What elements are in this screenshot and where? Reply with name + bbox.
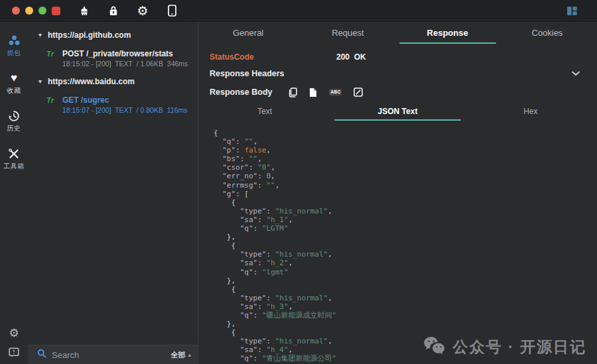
code-line: { (214, 129, 597, 137)
feedback-icon[interactable] (9, 347, 19, 357)
code-line: "sa": "h_3", (214, 302, 597, 311)
caret-down-icon: ▾ (38, 32, 42, 38)
code-line: "q": "", (214, 137, 597, 146)
nav-label-history: 历史 (7, 124, 21, 133)
nav-item-history[interactable]: 历史 (7, 109, 21, 133)
request-list: ▾https://api.github.comTrPOST /_private/… (28, 22, 198, 119)
app-body: 抓包 ♥ 收藏 历史 (0, 22, 597, 364)
code-line: "q": "青山集团新能源公司" (214, 354, 597, 363)
code-line: "sa": "h_4", (214, 345, 597, 354)
code-line: "p": false, (214, 146, 597, 154)
body-tab-json-text[interactable]: JSON Text (331, 102, 464, 121)
minimize-button[interactable] (25, 7, 33, 15)
heart-icon: ♥ (11, 72, 17, 84)
tab-request[interactable]: Request (298, 22, 397, 44)
split-layout-icon[interactable] (567, 7, 577, 15)
nav-item-favorites[interactable]: ♥ 收藏 (7, 72, 21, 95)
code-line: "err_no": 0, (214, 172, 597, 180)
toolbox-icon (8, 147, 21, 160)
edit-icon[interactable] (354, 88, 363, 97)
document-icon[interactable] (309, 88, 317, 97)
body-tab-text[interactable]: Text (198, 102, 331, 121)
nav-label-favorites: 收藏 (7, 86, 21, 95)
settings-gear-icon[interactable]: ⚙ (137, 5, 148, 17)
copy-icon[interactable] (288, 88, 297, 97)
code-line: "bs": "", (214, 154, 597, 163)
caret-down-icon: ▾ (38, 78, 42, 85)
request-panel: ▾https://api.github.comTrPOST /_private/… (28, 22, 198, 364)
nav-rail-bottom: ⚙ (9, 326, 19, 364)
code-line: "q": "lgmt" (214, 268, 597, 276)
request-item[interactable]: TrGET /sugrec18:15:07 - [200] TEXT / 0.8… (28, 90, 198, 119)
mobile-device-icon[interactable] (166, 5, 177, 17)
tab-general[interactable]: General (198, 22, 298, 44)
code-line: "errmsg": "", (214, 181, 597, 190)
request-meta: 18:15:02 - [200] TEXT / 1.06KB 346ms (62, 60, 188, 68)
code-line: "type": "his_normal", (214, 337, 597, 345)
status-code-value: 200 OK (336, 52, 366, 62)
app-window: ⚙ (0, 0, 597, 364)
code-line: "type": "his_normal", (214, 294, 597, 302)
capture-icon (8, 34, 21, 46)
caret-up-icon: ▴ (188, 351, 191, 358)
detail-panel: GeneralRequestResponseCookies StatusCode… (198, 22, 597, 364)
traffic-lights (0, 7, 46, 15)
request-method-path: GET /sugrec (62, 95, 188, 105)
status-code-label: StatusCode (210, 52, 254, 62)
clear-brush-icon[interactable] (79, 5, 90, 17)
code-line: "csor": "0", (214, 163, 597, 172)
code-line: { (214, 328, 597, 337)
tls-badge: Tr (46, 49, 62, 68)
chevron-down-icon[interactable] (572, 72, 580, 76)
ssl-lock-icon[interactable] (108, 5, 119, 17)
filter-dropdown[interactable]: 全部 ▴ (170, 350, 191, 360)
abc-encoding-icon[interactable]: ABC (329, 88, 342, 97)
code-line: "sa": "h_1", (214, 215, 597, 224)
stop-record-button[interactable] (52, 7, 60, 15)
json-body[interactable]: { "q": "", "p": false, "bs": "", "csor":… (198, 121, 597, 364)
request-item[interactable]: TrPOST /_private/browser/stats18:15:02 -… (28, 44, 198, 72)
code-line: "type": "his_normal", (214, 207, 597, 215)
nav-item-capture[interactable]: 抓包 (7, 34, 21, 58)
response-headers-section[interactable]: Response Headers (198, 65, 597, 82)
gear-glyph: ⚙ (137, 5, 148, 17)
history-icon (8, 109, 20, 122)
code-line: }, (214, 276, 597, 285)
code-line: "g": [ (214, 190, 597, 198)
body-tabs: TextJSON TextHex (198, 102, 597, 121)
code-line: }, (214, 320, 597, 328)
code-line: { (214, 198, 597, 207)
tab-response[interactable]: Response (398, 22, 498, 44)
tab-cookies[interactable]: Cookies (498, 22, 597, 44)
request-group-host: https://www.baidu.com (48, 77, 135, 86)
nav-rail: 抓包 ♥ 收藏 历史 (0, 22, 28, 364)
request-group-header[interactable]: ▾https://www.baidu.com (28, 72, 198, 90)
code-line: { (214, 285, 597, 294)
search-bar: 全部 ▴ (28, 345, 198, 364)
status-row: StatusCode 200 OK (198, 49, 597, 65)
request-group-header[interactable]: ▾https://api.github.com (28, 26, 198, 44)
titlebar: ⚙ (0, 0, 597, 22)
filter-label: 全部 (170, 350, 185, 360)
request-meta: 18:15:07 - [200] TEXT / 0.80KB 116ms (62, 106, 188, 114)
nav-label-capture: 抓包 (7, 48, 21, 58)
body-tab-hex[interactable]: Hex (464, 102, 597, 121)
nav-item-toolbox[interactable]: 工具箱 (3, 147, 25, 171)
code-line: }, (214, 233, 597, 241)
settings-gear-icon-bottom[interactable]: ⚙ (9, 326, 19, 340)
search-input[interactable] (52, 350, 170, 360)
request-group-host: https://api.github.com (48, 30, 131, 40)
close-button[interactable] (12, 7, 20, 15)
code-line: { (214, 241, 597, 250)
code-line: "type": "his_normal", (214, 250, 597, 259)
code-line: "q": "LGTM" (214, 224, 597, 233)
request-method-path: POST /_private/browser/stats (62, 49, 188, 58)
code-line: "sa": "h_2", (214, 259, 597, 267)
zoom-button[interactable] (38, 7, 46, 15)
detail-tabs: GeneralRequestResponseCookies (198, 22, 597, 44)
response-body-tools: ABC (288, 88, 363, 97)
nav-label-toolbox: 工具箱 (3, 162, 25, 171)
response-body-label: Response Body (210, 88, 272, 97)
tls-badge: Tr (46, 95, 62, 114)
search-icon (37, 349, 46, 361)
